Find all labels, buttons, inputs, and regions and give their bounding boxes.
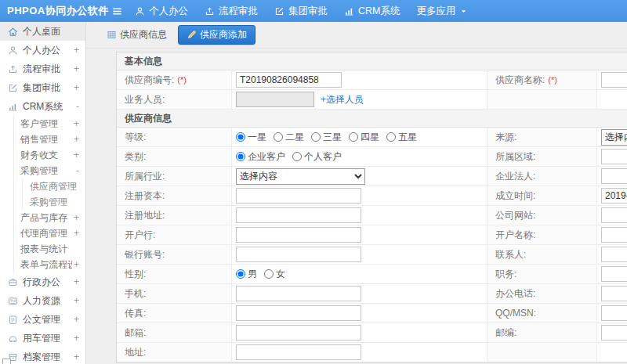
email-input[interactable] (236, 325, 361, 341)
topbar-nav-more-apps[interactable]: 更多应用 (416, 5, 468, 18)
sidebar-item-personal-office[interactable]: 个人办公+ (0, 41, 85, 59)
registered-address-input[interactable] (236, 207, 361, 223)
gender-radio-option[interactable]: 女 (264, 268, 285, 281)
tab-supplier-info[interactable]: 供应商信息 (103, 26, 171, 44)
sidebar-item-archive-mgmt[interactable]: 档案管理+ (0, 348, 85, 364)
gender-radio-option[interactable]: 男 (236, 268, 257, 281)
level-radio-option[interactable]: 三星 (311, 131, 342, 144)
expand-toggle-icon[interactable]: + (72, 259, 79, 270)
expand-toggle-icon[interactable]: + (72, 228, 79, 239)
sidebar-item-form-flow-set[interactable]: 表单与流程设置+ (14, 257, 85, 272)
topbar-nav-workflow-approval[interactable]: 流程审批 (205, 5, 258, 18)
car-icon (8, 333, 18, 344)
sidebar-item-product-stock[interactable]: 产品与库存+ (14, 210, 85, 225)
position-input[interactable] (601, 266, 627, 282)
field-value-bank-account (232, 245, 487, 265)
expand-toggle-icon[interactable]: + (72, 212, 79, 223)
legal-person-input[interactable] (601, 168, 627, 184)
sidebar-item-admin-office[interactable]: 行政办公+ (0, 272, 85, 291)
industry-select[interactable]: 选择内容 (236, 168, 365, 185)
expand-toggle-icon[interactable]: + (72, 45, 79, 56)
topbar-nav-crm-system[interactable]: CRM系统 (344, 5, 400, 18)
expand-toggle-icon[interactable]: - (74, 165, 79, 176)
expand-toggle-icon[interactable]: + (72, 295, 79, 306)
sidebar-item-human-resource[interactable]: 人力资源+ (0, 291, 85, 310)
select-person-link[interactable]: +选择人员 (321, 93, 364, 106)
level-radio[interactable] (311, 132, 321, 142)
expand-toggle-icon[interactable]: + (72, 276, 79, 287)
level-radio[interactable] (274, 132, 283, 142)
sidebar-item-group-approval[interactable]: 集团审批+ (0, 78, 85, 97)
field-value-contact-person (597, 245, 627, 265)
company-website-input[interactable] (601, 207, 627, 223)
hamburger-menu-icon[interactable] (110, 4, 124, 18)
founded-date-input[interactable] (601, 188, 627, 204)
bank-input[interactable] (236, 227, 361, 243)
expand-toggle-icon[interactable]: + (72, 314, 79, 325)
sidebar-item-label: 代理商管理 (20, 227, 67, 240)
expand-toggle-icon[interactable]: + (72, 63, 79, 74)
sidebar-item-agent-mgmt[interactable]: 代理商管理+ (14, 225, 85, 241)
qq-msn-input[interactable] (601, 305, 627, 321)
business-person-input[interactable] (236, 92, 314, 107)
mobile-input[interactable] (236, 286, 361, 301)
level-radio[interactable] (386, 132, 396, 142)
level-radio[interactable] (236, 132, 245, 142)
gender-radio[interactable] (264, 269, 274, 279)
level-radio[interactable] (349, 132, 358, 142)
level-radio-option[interactable]: 一星 (236, 131, 266, 144)
sidebar-item-report-stats[interactable]: 报表与统计 (14, 241, 85, 257)
expand-toggle-icon[interactable]: - (74, 101, 79, 112)
sidebar-item-label: 集团审批 (23, 81, 60, 95)
sidebar-item-label: 采购管理 (30, 196, 67, 209)
fax-input[interactable] (236, 305, 361, 321)
sidebar-item-document-mgmt[interactable]: 公文管理+ (0, 310, 85, 329)
level-radio-option[interactable]: 四星 (349, 131, 379, 144)
empty-cell (597, 343, 627, 362)
expand-toggle-icon[interactable]: + (72, 134, 79, 145)
expand-toggle-icon[interactable]: + (72, 150, 79, 160)
sidebar-item-purchase-mgmt[interactable]: 采购管理- (14, 163, 85, 178)
sidebar-item-sales-mgmt[interactable]: 销售管理+ (14, 132, 85, 147)
sidebar-item-personal-desktop[interactable]: 个人桌面 (0, 22, 85, 41)
field-label-email: 邮箱: (117, 323, 232, 343)
category-radio-option[interactable]: 个人客户 (292, 150, 342, 164)
registered-capital-input[interactable] (236, 188, 361, 204)
topbar-nav-personal-office[interactable]: 个人办公 (135, 5, 188, 18)
empty-cell (487, 343, 597, 362)
category-radio[interactable] (292, 152, 302, 161)
supplier-form-panel: 基本信息供应商编号:(*)供应商名称:(*)业务人员:+选择人员供应商信息等级:… (116, 52, 627, 363)
field-value-account-name (597, 225, 627, 245)
topbar-nav-group-approval[interactable]: 集团审批 (274, 5, 328, 18)
supplier-code-input[interactable] (236, 72, 342, 88)
expand-toggle-icon[interactable]: + (72, 82, 79, 93)
field-value-qq-msn (597, 304, 627, 323)
sidebar-item-vehicle-mgmt[interactable]: 用车管理+ (0, 329, 85, 348)
gender-radio[interactable] (236, 269, 245, 279)
sidebar-item-supplier-mgmt[interactable]: 供应商管理 (23, 178, 85, 194)
tab-supplier-add[interactable]: 供应商添加 (178, 25, 256, 45)
office-phone-input[interactable] (601, 286, 627, 301)
field-label-founded-date: 成立时间: (487, 186, 597, 206)
category-radio[interactable] (236, 152, 245, 161)
supplier-name-input[interactable] (601, 72, 627, 88)
account-name-input[interactable] (601, 227, 627, 243)
sidebar-item-crm-system[interactable]: CRM系统- (0, 97, 85, 116)
sidebar-item-purchase-mgmt-sub[interactable]: 采购管理 (23, 194, 85, 210)
category-radio-option[interactable]: 企业客户 (236, 150, 285, 164)
expand-toggle-icon[interactable]: + (72, 118, 79, 129)
zip-code-input[interactable] (601, 325, 627, 341)
sidebar-item-finance-inout[interactable]: 财务收支+ (14, 147, 85, 163)
app-logo: PHPOA协同办公软件 (0, 4, 110, 18)
level-radio-option[interactable]: 二星 (274, 131, 304, 144)
bank-account-input[interactable] (236, 247, 361, 262)
expand-toggle-icon[interactable]: + (72, 351, 79, 362)
expand-toggle-icon[interactable]: + (72, 333, 79, 344)
source-select[interactable]: 选择内容 (601, 129, 627, 146)
sidebar-item-workflow-approval[interactable]: 流程审批+ (0, 59, 85, 78)
level-radio-option[interactable]: 五星 (386, 131, 417, 144)
sidebar-item-customer-mgmt[interactable]: 客户管理+ (14, 116, 85, 132)
address-input[interactable] (236, 344, 361, 360)
contact-person-input[interactable] (601, 247, 627, 262)
region-input[interactable] (601, 149, 627, 164)
